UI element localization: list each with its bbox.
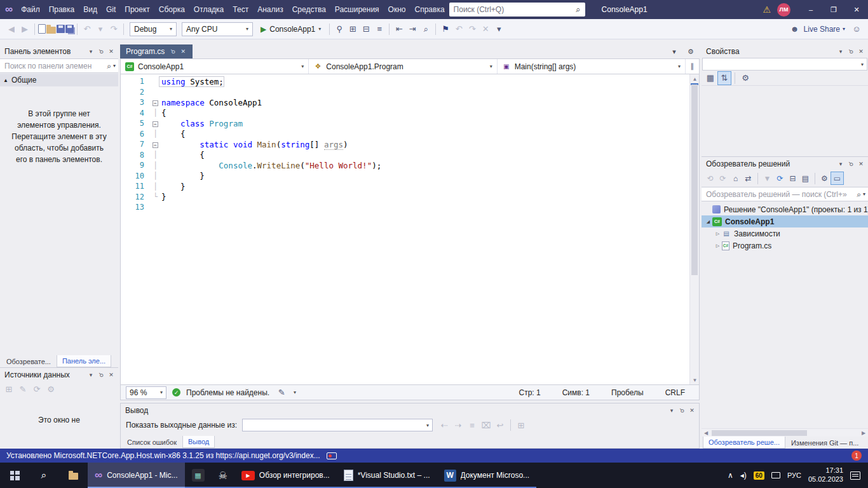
collapse-outline-icon[interactable]: ⊟ — [360, 23, 372, 36]
solution-tree-item[interactable]: ▷▤Зависимости — [702, 227, 868, 240]
scroll-right-icon[interactable]: ▶ — [859, 430, 868, 436]
undo-icon[interactable]: ↶ — [81, 23, 93, 36]
menu-item-2[interactable]: Вид — [79, 3, 102, 16]
vertical-scrollbar[interactable]: ▲ ▼ — [689, 74, 699, 384]
property-pages-icon[interactable]: ⚙ — [739, 72, 752, 85]
pending-changes-icon[interactable]: ▼ — [761, 172, 773, 184]
horizontal-scrollbar[interactable]: ◀ ▶ — [702, 428, 868, 437]
menu-item-9[interactable]: Средства — [288, 3, 330, 16]
menu-item-5[interactable]: Сборка — [154, 3, 189, 16]
scrollbar-thumb[interactable] — [691, 85, 698, 275]
minimize-button[interactable]: – — [799, 0, 822, 19]
taskbar-app-installer[interactable]: ▦ — [185, 463, 212, 488]
menu-item-11[interactable]: Окно — [384, 3, 410, 16]
undo-chevron-icon[interactable]: ▾ — [94, 23, 107, 36]
scroll-left-icon[interactable]: ◀ — [702, 430, 710, 436]
menu-item-3[interactable]: Git — [102, 3, 120, 16]
prev-bookmark-icon[interactable]: ↶ — [452, 23, 465, 36]
se-forward-icon[interactable]: ⟳ — [717, 172, 729, 184]
se-back-icon[interactable]: ⟲ — [704, 172, 716, 184]
clock[interactable]: 17:31 05.02.2023 — [808, 466, 843, 484]
toolbar-options-chevron-icon[interactable]: ▾ — [492, 23, 505, 36]
start-debugging-button[interactable]: ▶ ConsoleApp1 ▾ — [256, 22, 325, 37]
member-dropdown[interactable]: ▣ Main(string[] args) ▾ — [498, 59, 685, 74]
status-spaces[interactable]: Пробелы — [611, 388, 644, 397]
platform-dropdown[interactable]: Any CPU▾ — [182, 22, 253, 36]
code-cleanup-icon[interactable]: ✎ — [275, 386, 288, 399]
warning-notification-icon[interactable]: ⚠ — [763, 4, 771, 15]
code-line-7[interactable]: 7− static void Main(string[] args) — [121, 139, 689, 150]
solution-tree-item[interactable]: ◢C#ConsoleApp1 — [702, 215, 868, 227]
menu-item-10[interactable]: Расширения — [330, 3, 384, 16]
add-data-source-icon[interactable]: ⊞ — [3, 383, 15, 395]
properties-object-dropdown[interactable]: ▾ — [702, 58, 867, 71]
quick-search-box[interactable]: Поиск (Ctrl+Q) ⌕ — [449, 3, 585, 17]
menu-item-7[interactable]: Тест — [228, 3, 253, 16]
zoom-dropdown[interactable]: 96 % ▾ — [126, 386, 166, 399]
preview-selected-icon[interactable]: ▭ — [831, 172, 843, 184]
code-line-13[interactable]: 13 — [121, 202, 689, 213]
nav-forward-icon[interactable]: ▶ — [18, 23, 31, 36]
code-line-1[interactable]: 1using System; — [121, 76, 689, 87]
close-icon[interactable]: ✕ — [179, 48, 187, 55]
next-message-icon[interactable]: ⇢ — [452, 419, 465, 431]
show-all-files-icon[interactable]: ▤ — [799, 172, 811, 184]
code-line-4[interactable]: 4│{ — [121, 108, 689, 119]
close-button[interactable]: ✕ — [845, 0, 868, 19]
taskbar-app-skull[interactable]: ☠ — [212, 463, 234, 488]
taskbar-app-youtube[interactable]: ▶Обзор интегриров... — [234, 463, 337, 488]
network-icon[interactable] — [771, 472, 780, 478]
fold-collapse-icon[interactable]: − — [151, 119, 159, 128]
maximize-button[interactable]: ❐ — [822, 0, 845, 19]
attach-debugger-icon[interactable]: ⚲ — [333, 23, 346, 36]
code-line-11[interactable]: 11│ } — [121, 181, 689, 192]
goto-message-icon[interactable]: ≡ — [466, 419, 478, 431]
code-line-6[interactable]: 6│ { — [121, 129, 689, 140]
display-lines-icon[interactable]: ≡ — [373, 23, 386, 36]
menu-item-4[interactable]: Проект — [120, 3, 154, 16]
code-line-3[interactable]: 3−namespace ConsoleApp1 — [121, 97, 689, 108]
menu-item-6[interactable]: Отладка — [189, 3, 228, 16]
solution-tree-item[interactable]: Решение "ConsoleApp1" (проекты: 1 из 1) — [702, 203, 868, 215]
code-line-12[interactable]: 12└} — [121, 192, 689, 203]
clear-all-icon[interactable]: ⌧ — [480, 419, 492, 431]
tool-tab[interactable]: Панель эле... — [57, 355, 111, 367]
fold-collapse-icon[interactable]: − — [151, 98, 159, 107]
open-folder-icon[interactable] — [46, 27, 56, 34]
battery-indicator[interactable]: 60 — [754, 471, 764, 480]
file-explorer-button[interactable] — [58, 463, 88, 488]
refresh-data-icon[interactable]: ⟳ — [31, 383, 43, 395]
status-line-ending[interactable]: CRLF — [665, 388, 685, 397]
save-icon[interactable] — [57, 25, 65, 33]
menu-item-1[interactable]: Правка — [44, 3, 79, 16]
save-all-icon[interactable] — [65, 25, 74, 33]
user-avatar[interactable]: ЛМ — [777, 3, 790, 17]
toolbox-search-input[interactable]: Поиск по панели элемен ⌕ ▾ — [0, 58, 118, 73]
visual-studio-logo-icon[interactable]: ∞ — [5, 3, 13, 16]
tool-tab[interactable]: Обозреватель реше... — [703, 437, 785, 449]
taskbar-app-word[interactable]: WДокумент Microso... — [437, 463, 537, 488]
tool-tab[interactable]: Обозревате... — [1, 355, 56, 367]
notifications-badge[interactable]: 1 — [851, 451, 862, 461]
edit-data-source-icon[interactable]: ✎ — [17, 383, 29, 395]
project-dropdown[interactable]: C# ConsoleApp1 ▾ — [121, 59, 309, 74]
pin-icon[interactable]: ⚲ — [168, 46, 179, 57]
menu-item-12[interactable]: Справка — [410, 3, 449, 16]
taskbar-app-notepad[interactable]: *Visual Studio.txt – ... — [337, 463, 437, 488]
expand-outline-icon[interactable]: ⊞ — [346, 23, 359, 36]
bookmark-icon[interactable]: ⚑ — [439, 23, 452, 36]
collapse-all-icon[interactable]: ⊟ — [787, 172, 799, 184]
expanded-arrow-icon[interactable]: ◢ — [704, 219, 712, 224]
fold-collapse-icon[interactable]: − — [151, 140, 159, 149]
tool-tab[interactable]: Вывод — [182, 436, 215, 448]
scroll-down-icon[interactable]: ▼ — [690, 376, 700, 384]
gear-icon[interactable]: ⚙ — [684, 45, 697, 58]
menu-item-0[interactable]: Файл — [17, 3, 44, 16]
document-dropdown-chevron-icon[interactable]: ▾ — [668, 45, 681, 58]
collapsed-arrow-icon[interactable]: ▷ — [714, 243, 722, 248]
language-indicator[interactable]: РУС — [787, 471, 801, 479]
nav-back-icon[interactable]: ◀ — [5, 23, 18, 36]
categorized-icon[interactable]: ▦ — [704, 72, 717, 85]
prev-message-icon[interactable]: ⇠ — [438, 419, 451, 431]
next-bookmark-icon[interactable]: ↷ — [466, 23, 478, 36]
